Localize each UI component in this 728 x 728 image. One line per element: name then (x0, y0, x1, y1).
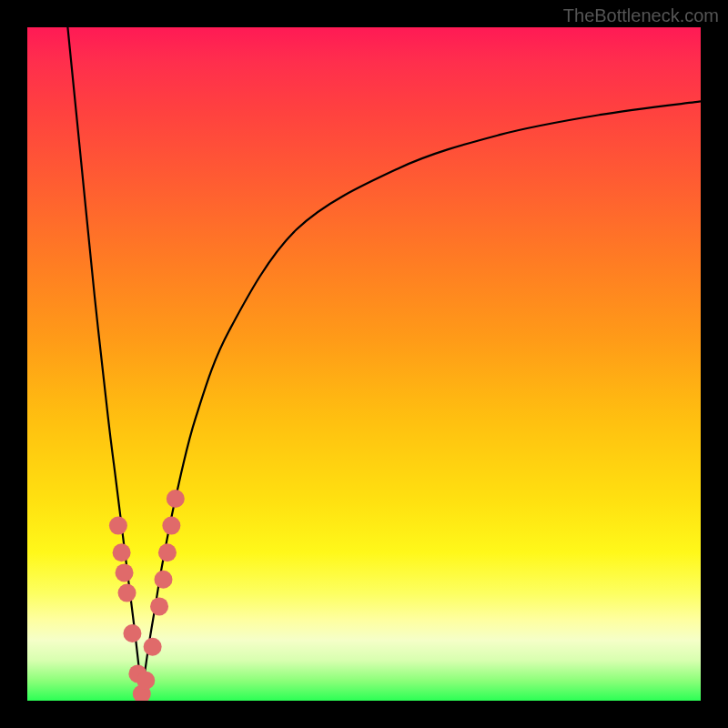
dot (109, 517, 127, 535)
dot (158, 543, 177, 561)
dot (118, 584, 136, 602)
dot (136, 672, 155, 690)
plot-area (27, 27, 701, 701)
highlighted-points (109, 490, 185, 701)
dot (150, 597, 168, 615)
dot (123, 624, 141, 642)
dot (144, 638, 162, 656)
dot (113, 543, 131, 561)
dot (167, 490, 185, 508)
curve-right-branch (142, 101, 701, 693)
dot (154, 571, 172, 589)
curves-svg (27, 27, 701, 701)
chart-frame: TheBottleneck.com (0, 0, 728, 728)
watermark-text: TheBottleneck.com (563, 5, 719, 26)
dot (116, 563, 134, 581)
dot (162, 517, 180, 535)
